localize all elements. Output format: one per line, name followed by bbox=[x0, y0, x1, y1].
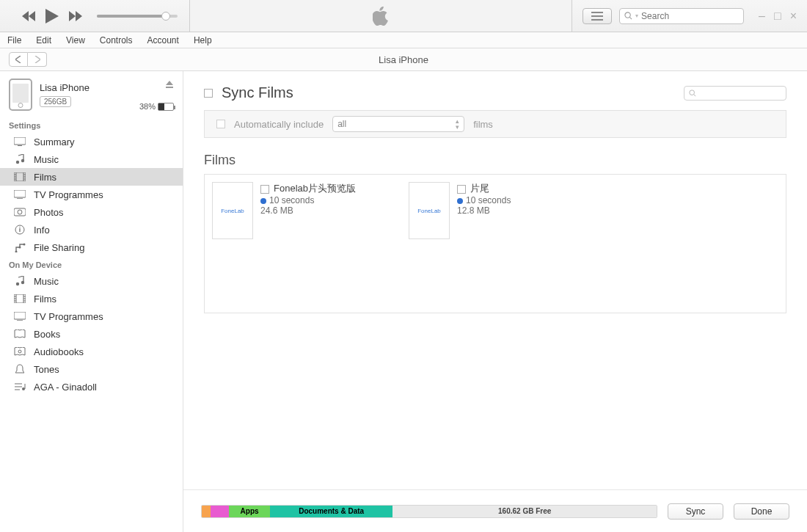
film-card[interactable]: FoneLab片尾10 seconds12.8 MB bbox=[409, 182, 585, 305]
menu-help[interactable]: Help bbox=[186, 35, 219, 45]
music-icon bbox=[13, 154, 26, 164]
unplayed-dot-icon bbox=[457, 198, 463, 204]
films-search-box[interactable] bbox=[684, 86, 786, 101]
sidebar-settings-films[interactable]: Films bbox=[0, 168, 183, 186]
sidebar-device-d-aga[interactable]: AGA - Ginadoll bbox=[0, 378, 183, 396]
sync-films-checkbox[interactable] bbox=[204, 89, 213, 98]
play-button[interactable] bbox=[45, 9, 59, 23]
sidebar-settings-label: Music bbox=[34, 154, 59, 165]
sidebar-settings-tv[interactable]: TV Programmes bbox=[0, 186, 183, 203]
sidebar-settings-music[interactable]: Music bbox=[0, 150, 183, 168]
sidebar-device-d-films[interactable]: Films bbox=[0, 290, 183, 307]
film-checkbox[interactable] bbox=[260, 185, 269, 194]
menu-account[interactable]: Account bbox=[140, 35, 186, 45]
player-toolbar: ▾ – □ × bbox=[0, 0, 807, 32]
menu-view[interactable]: View bbox=[59, 35, 92, 45]
body: Lisa iPhone 256GB 38% Settings SummaryMu… bbox=[0, 71, 807, 532]
svg-point-29 bbox=[21, 281, 24, 284]
svg-point-41 bbox=[18, 350, 21, 353]
sidebar-device-d-tones[interactable]: Tones bbox=[0, 360, 183, 378]
sidebar: Lisa iPhone 256GB 38% Settings SummaryMu… bbox=[0, 71, 183, 532]
sidebar-device-label: Films bbox=[34, 294, 56, 305]
sidebar-device-d-books[interactable]: Books bbox=[0, 325, 183, 343]
previous-button[interactable] bbox=[22, 11, 35, 21]
film-duration: 10 seconds bbox=[269, 195, 314, 205]
films-search-input[interactable] bbox=[699, 89, 781, 98]
search-input[interactable] bbox=[641, 11, 739, 21]
sidebar-settings-label: Photos bbox=[34, 207, 63, 218]
next-button[interactable] bbox=[69, 11, 82, 21]
sidebar-device-label: Audiobooks bbox=[34, 346, 84, 357]
close-button[interactable]: × bbox=[790, 10, 797, 23]
main-pane: Sync Films Automatically include all ▴▾ … bbox=[183, 71, 807, 532]
minimize-button[interactable]: – bbox=[759, 10, 765, 23]
footer: AppsDocuments & Data160.62 GB Free Sync … bbox=[183, 489, 807, 532]
tones-icon bbox=[13, 364, 26, 374]
filesharing-icon bbox=[13, 242, 26, 252]
sidebar-device-d-tv[interactable]: TV Programmes bbox=[0, 307, 183, 325]
device-texts: Lisa iPhone 256GB bbox=[40, 82, 90, 107]
nav-back-forward bbox=[9, 52, 47, 67]
unplayed-dot-icon bbox=[260, 198, 266, 204]
device-capacity: 256GB bbox=[40, 96, 71, 107]
storage-segment-apps: Apps bbox=[229, 506, 270, 517]
settings-header: Settings bbox=[0, 117, 183, 133]
audiobooks-icon bbox=[13, 347, 26, 356]
sidebar-settings-summary[interactable]: Summary bbox=[0, 133, 183, 150]
svg-text:i: i bbox=[19, 226, 21, 233]
books-icon bbox=[13, 329, 26, 338]
nav-back-button[interactable] bbox=[9, 52, 28, 67]
svg-rect-39 bbox=[14, 312, 26, 319]
film-card[interactable]: FoneLabFonelab片头预览版10 seconds24.6 MB bbox=[212, 182, 388, 305]
menu-file[interactable]: File bbox=[0, 35, 29, 45]
film-meta: Fonelab片头预览版10 seconds24.6 MB bbox=[260, 182, 356, 305]
film-size: 12.8 MB bbox=[457, 205, 511, 216]
svg-rect-5 bbox=[166, 87, 173, 88]
storage-segment-free: 160.62 GB Free bbox=[392, 506, 657, 517]
svg-point-28 bbox=[16, 283, 19, 285]
sidebar-device-label: Tones bbox=[34, 364, 59, 375]
sidebar-device-d-music[interactable]: Music bbox=[0, 272, 183, 290]
eject-icon[interactable] bbox=[165, 80, 174, 89]
menu-edit[interactable]: Edit bbox=[29, 35, 59, 45]
sidebar-settings-label: File Sharing bbox=[34, 242, 84, 253]
sidebar-device-d-audiob[interactable]: Audiobooks bbox=[0, 343, 183, 360]
now-playing-area bbox=[189, 0, 572, 32]
film-checkbox[interactable] bbox=[457, 185, 466, 194]
sidebar-settings-info[interactable]: iInfo bbox=[0, 221, 183, 238]
films-list: FoneLabFonelab片头预览版10 seconds24.6 MBFone… bbox=[204, 174, 786, 313]
menu-controls[interactable]: Controls bbox=[92, 35, 140, 45]
volume-knob[interactable] bbox=[161, 12, 170, 21]
sidebar-settings-photos[interactable]: Photos bbox=[0, 203, 183, 221]
auto-include-bar: Automatically include all ▴▾ films bbox=[204, 110, 786, 138]
svg-point-47 bbox=[690, 90, 695, 95]
auto-include-checkbox[interactable] bbox=[216, 120, 225, 128]
search-box[interactable]: ▾ bbox=[619, 8, 744, 24]
nav-header: Lisa iPhone bbox=[0, 48, 807, 71]
svg-line-4 bbox=[629, 17, 632, 19]
done-button[interactable]: Done bbox=[734, 503, 789, 520]
auto-include-select[interactable]: all ▴▾ bbox=[332, 116, 464, 132]
volume-slider[interactable] bbox=[97, 15, 178, 18]
device-card[interactable]: Lisa iPhone 256GB 38% bbox=[0, 71, 183, 117]
sync-films-label: Sync Films bbox=[222, 84, 293, 101]
film-thumbnail: FoneLab bbox=[409, 182, 450, 239]
battery-fill bbox=[158, 103, 164, 110]
tv-icon bbox=[13, 190, 26, 199]
film-duration: 10 seconds bbox=[466, 195, 511, 205]
film-thumbnail: FoneLab bbox=[212, 182, 253, 239]
films-icon bbox=[13, 172, 26, 181]
sync-button[interactable]: Sync bbox=[668, 503, 723, 520]
sidebar-device-label: AGA - Ginadoll bbox=[34, 382, 97, 393]
list-view-button[interactable] bbox=[583, 8, 612, 24]
film-meta: 片尾10 seconds12.8 MB bbox=[457, 182, 511, 305]
battery-icon bbox=[158, 103, 174, 111]
sidebar-settings-label: TV Programmes bbox=[34, 189, 103, 200]
sync-row: Sync Films bbox=[204, 84, 786, 101]
films-section-header: Films bbox=[204, 153, 786, 168]
maximize-button[interactable]: □ bbox=[774, 10, 781, 23]
sidebar-settings-filesharing[interactable]: File Sharing bbox=[0, 238, 183, 256]
svg-point-27 bbox=[23, 244, 25, 246]
nav-forward-button[interactable] bbox=[28, 52, 47, 67]
svg-point-26 bbox=[18, 247, 21, 249]
